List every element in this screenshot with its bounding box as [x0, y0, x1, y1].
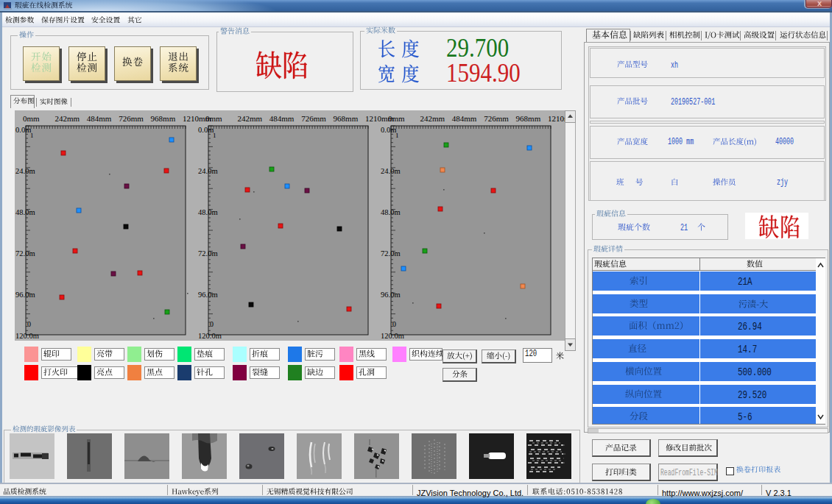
svg-text:968mm: 968mm: [334, 114, 359, 123]
svg-text:120.0m: 120.0m: [198, 332, 222, 340]
svg-text:48.0m: 48.0m: [381, 208, 401, 216]
svg-text:96.0m: 96.0m: [381, 291, 401, 299]
svg-text:96.0m: 96.0m: [15, 291, 35, 299]
svg-text:0.0m: 0.0m: [15, 126, 31, 134]
svg-text:0: 0: [392, 320, 396, 328]
svg-text:726mm: 726mm: [484, 114, 509, 123]
svg-text:968mm: 968mm: [151, 114, 176, 123]
svg-text:96.0m: 96.0m: [198, 291, 218, 299]
svg-text:0mm: 0mm: [23, 114, 40, 123]
svg-text:24.0m: 24.0m: [15, 167, 35, 175]
svg-text:24.0m: 24.0m: [381, 167, 401, 175]
svg-text:120.0m: 120.0m: [15, 332, 39, 340]
svg-text:242mm: 242mm: [420, 114, 445, 123]
svg-text:48.0m: 48.0m: [15, 208, 35, 216]
svg-text:0mm: 0mm: [205, 114, 222, 123]
svg-text:242mm: 242mm: [54, 114, 80, 123]
svg-text:0.0m: 0.0m: [198, 126, 214, 134]
svg-text:48.0m: 48.0m: [198, 208, 218, 216]
svg-text:72.0m: 72.0m: [198, 249, 218, 258]
svg-text:726mm: 726mm: [119, 114, 144, 123]
svg-text:1: 1: [395, 132, 399, 139]
svg-text:0mm: 0mm: [388, 114, 405, 123]
svg-text:0: 0: [27, 320, 31, 328]
svg-text:120.0m: 120.0m: [381, 332, 404, 340]
svg-text:484mm: 484mm: [452, 114, 477, 123]
svg-text:242mm: 242mm: [237, 114, 262, 123]
svg-text:72.0m: 72.0m: [15, 249, 35, 258]
svg-text:484mm: 484mm: [87, 114, 112, 123]
svg-text:72.0m: 72.0m: [381, 249, 401, 258]
svg-text:1: 1: [30, 132, 34, 139]
svg-text:484mm: 484mm: [269, 114, 295, 123]
svg-text:1: 1: [213, 132, 216, 139]
svg-text:968mm: 968mm: [516, 114, 541, 123]
svg-text:1210mm: 1210mm: [548, 114, 565, 123]
svg-text:0: 0: [210, 320, 214, 328]
svg-text:24.0m: 24.0m: [198, 167, 218, 175]
svg-text:0.0m: 0.0m: [381, 126, 396, 134]
svg-text:726mm: 726mm: [301, 114, 326, 123]
